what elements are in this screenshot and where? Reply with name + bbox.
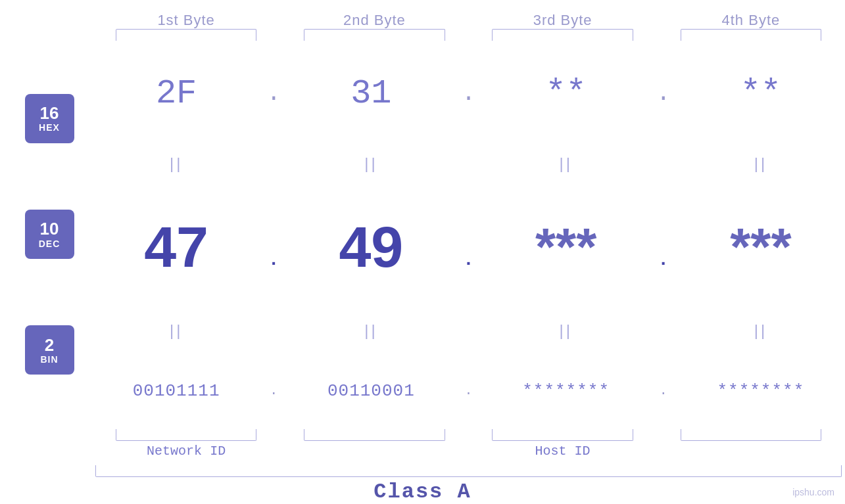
class-a-bracket: [95, 465, 842, 477]
hex-dot-3: .: [656, 80, 671, 107]
eq-2: ||: [364, 154, 377, 173]
dec-val-1: 47: [144, 214, 208, 281]
eq-row-1: || || || ||: [92, 154, 845, 173]
dec-dot-3: .: [658, 250, 669, 270]
eq-8: ||: [754, 321, 767, 340]
hex-badge: 16 HEX: [25, 94, 74, 143]
dec-name: DEC: [39, 239, 60, 249]
network-bracket: [116, 429, 257, 441]
dec-dot-1: .: [268, 250, 279, 270]
hex-val-1: 2F: [156, 74, 197, 113]
hex-val-4: **: [740, 74, 781, 113]
eq-row-2: || || || ||: [92, 321, 845, 340]
top-bracket-2: [304, 29, 445, 41]
eq-4: ||: [754, 154, 767, 173]
eq-3: ||: [559, 154, 572, 173]
hex-num: 16: [40, 104, 59, 123]
content-area: 16 HEX 10 DEC 2 BIN 2F . 31 . ** . **: [0, 47, 845, 428]
labels-col: 16 HEX 10 DEC 2 BIN: [0, 47, 92, 428]
host-bracket-1: [492, 429, 633, 441]
bottom-bracket-row: [0, 429, 845, 441]
dec-val-4: ***: [730, 217, 791, 277]
eq-7: ||: [559, 321, 572, 340]
host-bracket-2: [681, 429, 822, 441]
dec-dot-2: .: [463, 250, 474, 270]
bin-name: BIN: [40, 354, 58, 365]
byte-header-3: 3rd Byte: [469, 12, 657, 29]
byte-header-2: 2nd Byte: [280, 12, 468, 29]
eq-1: ||: [170, 154, 183, 173]
dec-row: 47 . 49 . *** . ***: [92, 214, 845, 281]
bin-row: 00101111 . 00110001 . ******** . *******…: [92, 381, 845, 401]
bin-val-4: ********: [717, 381, 804, 401]
class-label: Class A: [374, 480, 471, 504]
top-bracket-1: [116, 29, 257, 41]
hex-name: HEX: [39, 122, 60, 133]
byte-headers: 1st Byte 2nd Byte 3rd Byte 4th Byte: [0, 12, 845, 29]
network-id-label: Network ID: [92, 444, 280, 459]
bin-dot-3: .: [660, 383, 667, 398]
top-bracket-row: [0, 29, 845, 41]
hex-dot-1: .: [266, 80, 281, 107]
dec-badge: 10 DEC: [25, 210, 74, 259]
eq-6: ||: [364, 321, 377, 340]
dec-val-3: ***: [535, 217, 596, 277]
watermark: ipshu.com: [792, 487, 834, 497]
top-bracket-3: [492, 29, 633, 41]
main-container: 1st Byte 2nd Byte 3rd Byte 4th Byte 16 H…: [0, 0, 845, 504]
id-labels-row: Network ID Host ID: [0, 444, 845, 459]
dec-num: 10: [40, 219, 59, 239]
bin-num: 2: [45, 336, 54, 355]
hex-dot-2: .: [462, 80, 476, 107]
top-bracket-4: [681, 29, 822, 41]
host-id-spacer: [657, 444, 845, 459]
network-id-spacer: [280, 444, 468, 459]
grid-area: 2F . 31 . ** . ** || || || || 47: [92, 47, 845, 428]
host-id-label: Host ID: [469, 444, 657, 459]
hex-row: 2F . 31 . ** . **: [92, 74, 845, 113]
hex-val-2: 31: [350, 74, 391, 113]
hex-val-3: **: [545, 74, 586, 113]
bin-val-2: 00110001: [327, 381, 415, 401]
bin-val-3: ********: [522, 381, 610, 401]
bin-badge: 2 BIN: [25, 325, 74, 375]
network-bracket-2: [304, 429, 445, 441]
byte-header-4: 4th Byte: [657, 12, 845, 29]
bin-dot-2: .: [464, 383, 472, 398]
bin-dot-1: .: [270, 383, 278, 398]
byte-header-1: 1st Byte: [92, 12, 280, 29]
class-label-row: Class A: [0, 480, 845, 504]
bin-val-1: 00101111: [133, 381, 220, 401]
dec-val-2: 49: [339, 214, 403, 281]
eq-5: ||: [170, 321, 183, 340]
